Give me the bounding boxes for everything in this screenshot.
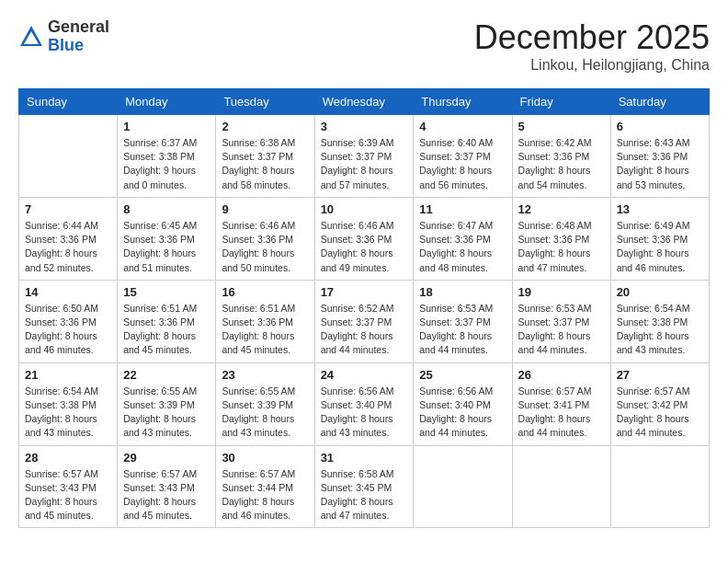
- day-info: Sunrise: 6:39 AM Sunset: 3:37 PM Dayligh…: [321, 136, 408, 192]
- day-info: Sunrise: 6:53 AM Sunset: 3:37 PM Dayligh…: [419, 302, 506, 358]
- calendar-cell: [414, 445, 512, 528]
- day-info: Sunrise: 6:55 AM Sunset: 3:39 PM Dayligh…: [123, 385, 210, 441]
- calendar-cell: 18Sunrise: 6:53 AM Sunset: 3:37 PM Dayli…: [414, 280, 512, 362]
- calendar-cell: 7Sunrise: 6:44 AM Sunset: 3:36 PM Daylig…: [19, 197, 118, 280]
- calendar-cell: 1Sunrise: 6:37 AM Sunset: 3:38 PM Daylig…: [118, 115, 216, 198]
- calendar-cell: 27Sunrise: 6:57 AM Sunset: 3:42 PM Dayli…: [610, 362, 709, 445]
- column-header-monday: Monday: [118, 89, 216, 115]
- day-info: Sunrise: 6:57 AM Sunset: 3:43 PM Dayligh…: [123, 467, 210, 523]
- day-number: 26: [518, 368, 605, 382]
- calendar-cell: 22Sunrise: 6:55 AM Sunset: 3:39 PM Dayli…: [118, 362, 216, 445]
- day-number: 22: [123, 368, 210, 382]
- day-number: 11: [419, 202, 506, 216]
- calendar-week-row: 28Sunrise: 6:57 AM Sunset: 3:43 PM Dayli…: [19, 445, 710, 528]
- day-info: Sunrise: 6:48 AM Sunset: 3:36 PM Dayligh…: [518, 219, 605, 275]
- day-info: Sunrise: 6:54 AM Sunset: 3:38 PM Dayligh…: [617, 302, 703, 358]
- page-header: General Blue December 2025 Linkou, Heilo…: [18, 18, 710, 74]
- day-number: 8: [123, 202, 210, 216]
- calendar-cell: 11Sunrise: 6:47 AM Sunset: 3:36 PM Dayli…: [414, 197, 512, 280]
- day-number: 27: [617, 368, 703, 382]
- day-number: 23: [222, 368, 308, 382]
- day-info: Sunrise: 6:53 AM Sunset: 3:37 PM Dayligh…: [518, 302, 605, 358]
- calendar-cell: 2Sunrise: 6:38 AM Sunset: 3:37 PM Daylig…: [216, 115, 314, 198]
- day-info: Sunrise: 6:57 AM Sunset: 3:41 PM Dayligh…: [518, 385, 605, 441]
- calendar-cell: 4Sunrise: 6:40 AM Sunset: 3:37 PM Daylig…: [414, 115, 512, 198]
- day-number: 7: [25, 202, 111, 216]
- day-number: 13: [617, 202, 703, 216]
- day-info: Sunrise: 6:55 AM Sunset: 3:39 PM Dayligh…: [222, 385, 308, 441]
- day-info: Sunrise: 6:45 AM Sunset: 3:36 PM Dayligh…: [123, 219, 210, 275]
- calendar-cell: 30Sunrise: 6:57 AM Sunset: 3:44 PM Dayli…: [216, 445, 314, 528]
- calendar-cell: [610, 445, 709, 528]
- calendar-cell: [512, 445, 610, 528]
- day-info: Sunrise: 6:52 AM Sunset: 3:37 PM Dayligh…: [321, 302, 408, 358]
- day-info: Sunrise: 6:49 AM Sunset: 3:36 PM Dayligh…: [617, 219, 703, 275]
- calendar-cell: 25Sunrise: 6:56 AM Sunset: 3:40 PM Dayli…: [414, 362, 512, 445]
- calendar-header-row: SundayMondayTuesdayWednesdayThursdayFrid…: [19, 89, 710, 115]
- day-info: Sunrise: 6:38 AM Sunset: 3:37 PM Dayligh…: [222, 136, 308, 192]
- calendar-cell: 15Sunrise: 6:51 AM Sunset: 3:36 PM Dayli…: [118, 280, 216, 362]
- calendar-cell: 14Sunrise: 6:50 AM Sunset: 3:36 PM Dayli…: [19, 280, 118, 362]
- day-number: 29: [123, 451, 210, 465]
- day-number: 17: [321, 285, 408, 299]
- day-info: Sunrise: 6:43 AM Sunset: 3:36 PM Dayligh…: [617, 136, 703, 192]
- column-header-friday: Friday: [512, 89, 610, 115]
- day-info: Sunrise: 6:37 AM Sunset: 3:38 PM Dayligh…: [123, 136, 210, 192]
- day-info: Sunrise: 6:47 AM Sunset: 3:36 PM Dayligh…: [419, 219, 506, 275]
- day-number: 19: [518, 285, 605, 299]
- day-number: 9: [222, 202, 308, 216]
- calendar-cell: 26Sunrise: 6:57 AM Sunset: 3:41 PM Dayli…: [512, 362, 610, 445]
- calendar-week-row: 7Sunrise: 6:44 AM Sunset: 3:36 PM Daylig…: [19, 197, 710, 280]
- day-info: Sunrise: 6:46 AM Sunset: 3:36 PM Dayligh…: [321, 219, 408, 275]
- day-info: Sunrise: 6:42 AM Sunset: 3:36 PM Dayligh…: [518, 136, 605, 192]
- logo-icon: [18, 24, 44, 50]
- day-number: 16: [222, 285, 308, 299]
- day-number: 28: [25, 451, 111, 465]
- day-number: 10: [321, 202, 408, 216]
- day-number: 1: [123, 120, 210, 133]
- calendar-cell: 31Sunrise: 6:58 AM Sunset: 3:45 PM Dayli…: [314, 445, 414, 528]
- calendar-cell: 20Sunrise: 6:54 AM Sunset: 3:38 PM Dayli…: [610, 280, 709, 362]
- calendar-cell: 12Sunrise: 6:48 AM Sunset: 3:36 PM Dayli…: [512, 197, 610, 280]
- calendar-cell: 16Sunrise: 6:51 AM Sunset: 3:36 PM Dayli…: [216, 280, 314, 362]
- day-info: Sunrise: 6:44 AM Sunset: 3:36 PM Dayligh…: [25, 219, 111, 275]
- calendar-week-row: 14Sunrise: 6:50 AM Sunset: 3:36 PM Dayli…: [19, 280, 710, 362]
- calendar-cell: 13Sunrise: 6:49 AM Sunset: 3:36 PM Dayli…: [610, 197, 709, 280]
- logo-text: General Blue: [48, 18, 109, 55]
- calendar-week-row: 1Sunrise: 6:37 AM Sunset: 3:38 PM Daylig…: [19, 115, 710, 198]
- day-info: Sunrise: 6:46 AM Sunset: 3:36 PM Dayligh…: [222, 219, 308, 275]
- calendar-cell: 9Sunrise: 6:46 AM Sunset: 3:36 PM Daylig…: [216, 197, 314, 280]
- calendar-cell: [19, 115, 118, 198]
- calendar-cell: 10Sunrise: 6:46 AM Sunset: 3:36 PM Dayli…: [314, 197, 414, 280]
- day-number: 5: [518, 120, 605, 133]
- title-area: December 2025 Linkou, Heilongjiang, Chin…: [474, 18, 710, 74]
- day-info: Sunrise: 6:57 AM Sunset: 3:43 PM Dayligh…: [25, 467, 111, 523]
- day-number: 21: [25, 368, 111, 382]
- day-info: Sunrise: 6:54 AM Sunset: 3:38 PM Dayligh…: [25, 385, 111, 441]
- day-info: Sunrise: 6:40 AM Sunset: 3:37 PM Dayligh…: [419, 136, 506, 192]
- calendar-cell: 6Sunrise: 6:43 AM Sunset: 3:36 PM Daylig…: [610, 115, 709, 198]
- calendar-table: SundayMondayTuesdayWednesdayThursdayFrid…: [18, 88, 710, 528]
- calendar-cell: 17Sunrise: 6:52 AM Sunset: 3:37 PM Dayli…: [314, 280, 414, 362]
- day-number: 20: [617, 285, 703, 299]
- day-info: Sunrise: 6:56 AM Sunset: 3:40 PM Dayligh…: [419, 385, 506, 441]
- day-number: 3: [321, 120, 408, 133]
- day-number: 24: [321, 368, 408, 382]
- calendar-cell: 24Sunrise: 6:56 AM Sunset: 3:40 PM Dayli…: [314, 362, 414, 445]
- calendar-cell: 3Sunrise: 6:39 AM Sunset: 3:37 PM Daylig…: [314, 115, 414, 198]
- month-title: December 2025: [474, 18, 710, 57]
- logo: General Blue: [18, 18, 109, 55]
- day-number: 4: [419, 120, 506, 133]
- day-number: 14: [25, 285, 111, 299]
- day-number: 31: [321, 451, 408, 465]
- day-number: 30: [222, 451, 308, 465]
- column-header-thursday: Thursday: [414, 89, 512, 115]
- day-number: 15: [123, 285, 210, 299]
- calendar-cell: 23Sunrise: 6:55 AM Sunset: 3:39 PM Dayli…: [216, 362, 314, 445]
- day-number: 12: [518, 202, 605, 216]
- day-number: 6: [617, 120, 703, 133]
- column-header-saturday: Saturday: [610, 89, 709, 115]
- location-title: Linkou, Heilongjiang, China: [474, 57, 710, 74]
- calendar-week-row: 21Sunrise: 6:54 AM Sunset: 3:38 PM Dayli…: [19, 362, 710, 445]
- day-number: 25: [419, 368, 506, 382]
